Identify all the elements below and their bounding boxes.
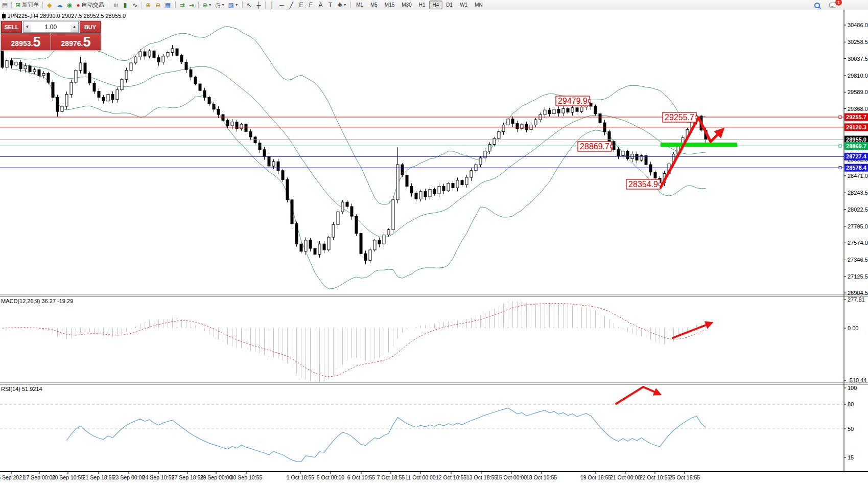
volume-up-button[interactable]: ▲ xyxy=(71,21,78,32)
indicators-button[interactable]: ⊕▾ xyxy=(200,1,213,10)
metaeditor-button[interactable]: ◆ xyxy=(44,1,54,10)
zoom-out-button[interactable]: ⊖ xyxy=(153,1,163,10)
cursor-button[interactable]: ↖ xyxy=(244,1,254,10)
search-icon xyxy=(814,3,820,8)
timeframe-button-m30[interactable]: M30 xyxy=(398,1,415,9)
tile-windows-icon: ▦ xyxy=(165,2,171,8)
timeframe-button-d1[interactable]: D1 xyxy=(442,1,456,9)
notification-badge: 1 xyxy=(835,0,842,6)
annotation-handle[interactable] xyxy=(589,100,591,102)
price-annotation[interactable]: 29255.7 xyxy=(663,112,698,122)
toolbar-grip xyxy=(349,2,351,8)
zoom-out-icon: ⊖ xyxy=(155,2,160,8)
fibonacci-button[interactable]: F xyxy=(306,1,316,10)
price-annotation[interactable]: 28869.7 xyxy=(578,142,613,151)
sell-price[interactable]: 28953.5 xyxy=(1,33,51,50)
toolbar-separator xyxy=(198,2,199,9)
buy-price[interactable]: 28976.5 xyxy=(51,33,101,50)
trendline-icon: ╱ xyxy=(290,2,293,8)
x-axis-label: 30 Sep 10:55 xyxy=(230,474,263,480)
trendline-button[interactable]: ╱ xyxy=(287,1,296,10)
hline-button[interactable]: ─ xyxy=(277,1,287,10)
new-order-button[interactable]: ⊞新订单 xyxy=(13,1,41,10)
mt4-terminal: { "toolbar": { "buttons": [ {"name":"new… xyxy=(0,0,868,483)
toolbar-separator xyxy=(11,2,12,9)
timeframe-button-w1[interactable]: W1 xyxy=(456,1,471,9)
annotation-handle[interactable] xyxy=(659,183,662,186)
line-handle[interactable] xyxy=(839,145,841,147)
y-axis-label: 28022.5 xyxy=(848,206,868,213)
sell-button[interactable]: SELL xyxy=(1,21,22,33)
price-annotation[interactable]: 28354.9 xyxy=(626,179,662,189)
y-axis-label: 27125.5 xyxy=(848,273,868,280)
buy-button[interactable]: BUY xyxy=(80,21,101,33)
signals-button[interactable]: ◉ xyxy=(64,1,74,10)
chart-shift-icon: ⇥ xyxy=(189,2,194,8)
channel-button[interactable]: E xyxy=(296,1,306,10)
text-button[interactable]: A xyxy=(316,1,325,10)
cloud-icon: ☁ xyxy=(56,2,62,8)
crosshair-icon: ┼ xyxy=(256,2,261,8)
y-axis-label: 29589.0 xyxy=(848,89,868,95)
x-axis-label: 12 Oct 10:55 xyxy=(436,474,466,480)
candlestick-mini-icon xyxy=(2,14,6,18)
y-axis-label: 30486.0 xyxy=(848,22,868,28)
periods-button[interactable]: ◷▾ xyxy=(213,1,226,10)
shapes-button[interactable]: ✚▾ xyxy=(335,1,348,10)
annotation-handle[interactable] xyxy=(611,145,613,148)
chart-shift-button[interactable]: ⇥ xyxy=(187,1,197,10)
search-button[interactable] xyxy=(812,1,822,10)
svg-text:29255.7: 29255.7 xyxy=(665,113,694,122)
macd-axis-label: -510.44 xyxy=(848,377,866,383)
y-axis-label: 27574.0 xyxy=(848,240,868,246)
autotrading-button[interactable]: ●自动交易 xyxy=(74,1,106,10)
label-button[interactable]: T xyxy=(325,1,335,10)
x-axis-label: 6 Oct 10:55 xyxy=(347,474,375,480)
timeframe-button-m15[interactable]: M15 xyxy=(381,1,398,9)
tile-windows-button[interactable]: ▦ xyxy=(163,1,173,10)
timeframe-button-h4[interactable]: H4 xyxy=(429,1,443,9)
support-zone-bar[interactable] xyxy=(661,143,737,147)
toolbar-grip xyxy=(174,2,176,8)
y-axis-label: 26904.5 xyxy=(848,290,868,296)
line-handle[interactable] xyxy=(839,167,841,169)
volume-input[interactable] xyxy=(31,21,71,32)
new-chart-button[interactable]: ▤ xyxy=(0,1,10,10)
svg-text:28955.0: 28955.0 xyxy=(846,136,866,143)
chevron-down-icon: ▾ xyxy=(209,3,211,7)
community-button[interactable]: ☁ xyxy=(54,1,64,10)
timeframe-button-m5[interactable]: M5 xyxy=(367,1,381,9)
y-axis-label: 30258.5 xyxy=(848,39,868,45)
x-axis-label: 18 Oct 10:55 xyxy=(526,474,557,480)
volume-down-button[interactable]: ▼ xyxy=(24,21,31,32)
toolbar-grip xyxy=(241,2,243,8)
crosshair-button[interactable]: ┼ xyxy=(254,1,264,10)
svg-text:28869.7: 28869.7 xyxy=(580,142,609,151)
new-order-button-label: 新订单 xyxy=(22,1,39,9)
chart-title-text: JPN225-,H4 28990.0 29027.5 28952.5 28955… xyxy=(8,13,126,19)
vline-button[interactable]: │ xyxy=(267,1,277,10)
annotation-handle[interactable] xyxy=(695,116,698,119)
line-chart-button[interactable]: ∿ xyxy=(130,1,140,10)
timeframe-button-m1[interactable]: M1 xyxy=(353,1,367,9)
candlestick-button[interactable]: ▮ xyxy=(121,1,130,10)
y-axis-label: 28471.0 xyxy=(848,173,868,179)
y-axis-label: 29368.0 xyxy=(848,106,868,112)
zoom-in-button[interactable]: ⊕ xyxy=(144,1,153,10)
timeframe-button-h1[interactable]: H1 xyxy=(415,1,429,9)
price-annotation[interactable]: 29479.9 xyxy=(556,96,591,106)
rsi-axis-label: 50 xyxy=(848,426,854,432)
templates-button[interactable]: ▧▾ xyxy=(226,1,240,10)
zoom-in-icon: ⊕ xyxy=(146,2,151,8)
chat-button[interactable]: 1 xyxy=(827,1,838,10)
new-chart-icon: ▤ xyxy=(2,2,8,8)
auto-scroll-button[interactable]: ⇉ xyxy=(177,1,187,10)
timeframe-button-mn[interactable]: MN xyxy=(471,1,486,9)
x-axis-label: 11 Oct 00:00 xyxy=(405,474,436,480)
rsi-axis-label: 15 xyxy=(848,454,854,461)
line-handle[interactable] xyxy=(839,116,841,119)
gold-badge-icon: ◆ xyxy=(47,2,52,8)
price-chart: 29479.929255.728869.728354.930486.030258… xyxy=(0,0,868,483)
bar-chart-button[interactable]: ≡ xyxy=(111,1,121,10)
line-chart-icon: ∿ xyxy=(132,2,137,8)
